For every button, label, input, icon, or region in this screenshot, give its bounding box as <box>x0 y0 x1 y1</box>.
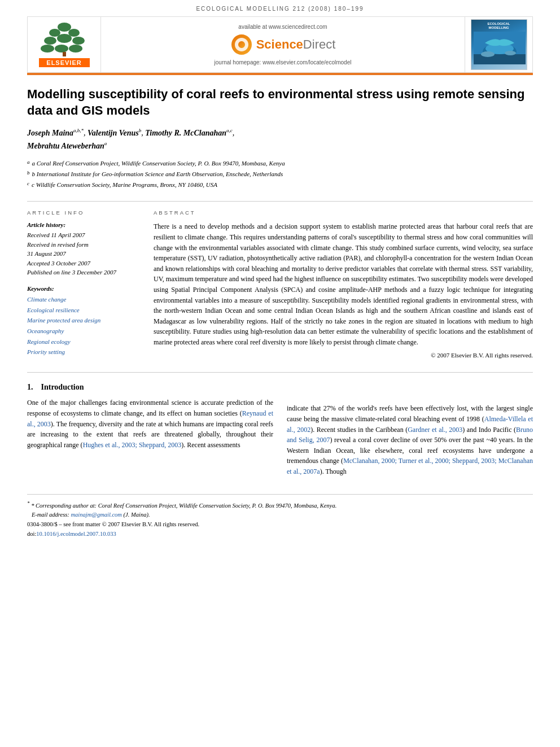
intro-right-column: indicate that 27% of the world's reefs h… <box>287 383 533 477</box>
author-ateweberhan: Mebrahtu Ateweberhan <box>27 142 104 150</box>
affiliation-c: c c Wildlife Conservation Society, Marin… <box>27 180 533 190</box>
svg-point-7 <box>55 45 68 53</box>
journal-citation: ECOLOGICAL MODELLING 212 (2008) 180–199 <box>27 0 533 16</box>
cover-art <box>474 32 526 64</box>
cover-journal-title: ECOLOGICALMODELLING <box>474 22 524 30</box>
svg-point-4 <box>57 34 72 43</box>
email-note: E-mail address: mainajm@gmail.com (J. Ma… <box>27 510 533 520</box>
mcclanahan-affil-sup: a,c <box>226 128 233 133</box>
introduction-section: 1. Introduction One of the major challen… <box>27 383 533 477</box>
elsevier-tree-icon <box>39 23 90 56</box>
svg-rect-9 <box>63 52 66 56</box>
intro-title: Introduction <box>41 383 84 391</box>
received-revised-label: Received in revised form <box>27 240 140 250</box>
journal-cover-image: ECOLOGICALMODELLING <box>471 19 527 70</box>
author-maina: Joseph Maina <box>27 129 73 137</box>
svg-point-6 <box>41 45 54 53</box>
author-mcclanahan: Timothy R. McClanahan <box>145 129 226 137</box>
footnotes-section: * * Corresponding author at: Coral Reef … <box>27 494 533 539</box>
intro-left-text: One of the major challenges facing envir… <box>27 397 273 450</box>
journal-info-center: available at www.sciencedirect.com Scien… <box>101 17 465 72</box>
abstract-text: There is a need to develop methods and a… <box>154 221 533 347</box>
sciencedirect-icon <box>230 33 253 56</box>
maina-affil-sup: a,b, <box>73 128 81 133</box>
svg-point-3 <box>44 37 56 45</box>
affiliation-b: b b International Institute for Geo-info… <box>27 169 533 180</box>
article-history-title: Article history: <box>27 221 140 228</box>
article-info-column: ARTICLE INFO Article history: Received 1… <box>27 209 140 359</box>
published-date: Published on line 3 December 2007 <box>27 268 140 277</box>
svg-point-8 <box>69 45 82 53</box>
available-text: available at www.sciencedirect.com <box>238 24 327 30</box>
svg-rect-13 <box>474 54 526 64</box>
sciencedirect-text: ScienceDirect <box>256 37 336 52</box>
received-date: Received 11 April 2007 <box>27 230 140 240</box>
authors-line: Joseph Mainaa,b,*, Valentijn Venusb, Tim… <box>27 126 533 152</box>
keyword-oceanography: Oceanography <box>27 326 140 337</box>
abstract-label: ABSTRACT <box>154 209 533 216</box>
author-venus: Valentijn Venus <box>88 129 139 137</box>
doi-note: doi:10.1016/j.ecolmodel.2007.10.033 <box>27 530 533 539</box>
keyword-ecological-resilience: Ecological resilience <box>27 305 140 316</box>
accepted-date: Accepted 3 October 2007 <box>27 259 140 268</box>
orange-divider <box>27 73 533 75</box>
venus-affil-sup: b <box>139 128 142 133</box>
svg-point-5 <box>72 37 85 45</box>
corresponding-author-note: * * Corresponding author at: Coral Reef … <box>27 499 533 510</box>
section-divider <box>27 372 533 373</box>
issn-note: 0304-3800/$ – see front matter © 2007 El… <box>27 520 533 530</box>
header-banner: ELSEVIER available at www.sciencedirect.… <box>27 16 533 73</box>
elsevier-wordmark: ELSEVIER <box>39 58 90 67</box>
affiliations-section: a a Coral Reef Conservation Project, Wil… <box>27 158 533 190</box>
article-info-label: ARTICLE INFO <box>27 209 140 216</box>
svg-point-15 <box>505 51 516 55</box>
keyword-climate-change: Climate change <box>27 294 140 305</box>
article-info-abstract-section: ARTICLE INFO Article history: Received 1… <box>27 201 533 359</box>
affiliation-a: a a Coral Reef Conservation Project, Wil… <box>27 158 533 169</box>
svg-point-14 <box>481 51 495 57</box>
abstract-column: ABSTRACT There is a need to develop meth… <box>154 209 533 359</box>
journal-homepage-text: journal homepage: www.elsevier.com/locat… <box>215 59 352 65</box>
copyright-text: © 2007 Elsevier B.V. All rights reserved… <box>154 352 533 359</box>
intro-right-text: indicate that 27% of the world's reefs h… <box>287 403 533 477</box>
maina-star-sup: * <box>81 128 84 133</box>
ateweberhan-affil-sup: a <box>104 141 107 146</box>
intro-left-column: 1. Introduction One of the major challen… <box>27 383 273 477</box>
intro-heading: 1. Introduction <box>27 383 273 392</box>
keyword-mpa-design: Marine protected area design <box>27 315 140 326</box>
revised-date: 31 August 2007 <box>27 249 140 259</box>
article-title: Modelling susceptibility of coral reefs … <box>27 86 533 119</box>
keyword-regional-ecology: Regional ecology <box>27 337 140 347</box>
journal-cover-section: ECOLOGICALMODELLING <box>465 17 532 72</box>
intro-number: 1. <box>27 383 33 391</box>
svg-point-0 <box>58 23 71 32</box>
elsevier-logo-section: ELSEVIER <box>28 17 101 72</box>
keywords-title: Keywords: <box>27 285 140 292</box>
keyword-priority-setting: Priority setting <box>27 347 140 357</box>
sciencedirect-logo: ScienceDirect <box>230 33 336 56</box>
